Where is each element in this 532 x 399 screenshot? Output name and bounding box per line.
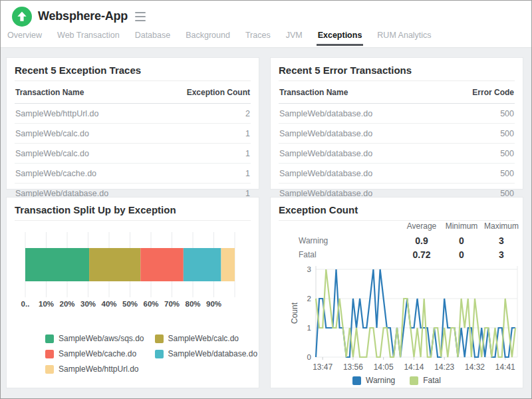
column-header: Transaction Name [15,81,133,104]
summary-value: 0 [442,233,481,247]
legend-swatch-icon [155,350,164,358]
svg-text:70%: 70% [164,300,180,308]
tab-web-transaction[interactable]: Web Transaction [56,30,121,46]
svg-text:14:05: 14:05 [374,362,394,372]
value-cell: 500 [397,164,515,184]
exception-count-line-chart: 012313:4713:5614:0514:1414:2314:3214:41C… [289,257,519,384]
table-row: SampleWeb/database.do500 [279,104,515,124]
panel-title: Transaction Split Up by Exception [7,198,259,220]
summary-column-header: Minimum [442,219,481,233]
legend-label: SampleWeb/aws/sqs.do [59,334,144,343]
value-cell: 500 [397,124,515,144]
column-header: Error Code [397,81,515,104]
legend-label: SampleWeb/calc.do [168,334,239,343]
column-header: Exception Count [133,81,251,104]
tab-bar: OverviewWeb TransactionDatabaseBackgroun… [6,30,531,46]
hamburger-icon[interactable] [135,12,146,21]
exception-traces-table: Transaction NameException Count SampleWe… [15,81,251,203]
legend-item-fatal[interactable]: Fatal [410,376,441,385]
arrow-up-circle-icon [12,7,32,27]
transaction-name-cell: SampleWeb/cache.do [15,164,133,184]
legend-item-sampleweb-database-do[interactable]: SampleWeb/database.do [155,349,258,358]
legend-swatch-icon [45,350,54,358]
legend-label: Fatal [423,376,441,385]
svg-text:30%: 30% [80,300,96,308]
legend-item-sampleweb-aws-sqs-do[interactable]: SampleWeb/aws/sqs.do [45,334,144,343]
svg-text:40%: 40% [101,300,116,308]
svg-text:0..: 0.. [21,300,30,308]
table-row: SampleWeb/database.do500 [279,164,515,184]
svg-text:13:56: 13:56 [343,362,363,372]
error-transactions-table: Transaction NameError Code SampleWeb/dat… [279,81,515,203]
svg-text:10%: 10% [39,300,54,308]
exception-count-summary-table: AverageMinimumMaximum Warning0.903Fatal0… [280,219,519,261]
legend-swatch-icon [410,376,418,385]
svg-text:90%: 90% [206,300,221,308]
summary-header-row: AverageMinimumMaximum [280,219,519,233]
transaction-split-legend: SampleWeb/aws/sqs.doSampleWeb/calc.doSam… [45,334,257,374]
table-row: SampleWeb/database.do500 [279,144,515,164]
table-row: SampleWeb/calc.do1 [15,144,251,164]
value-cell: 1 [133,124,251,144]
series-label: Warning [280,233,402,247]
panel-title: Recent 5 Error Transactions [271,58,523,80]
legend-swatch-icon [45,334,54,343]
svg-text:3: 3 [307,265,311,273]
tab-background[interactable]: Background [184,30,231,46]
transaction-name-cell: SampleWeb/database.do [279,164,397,184]
table-row: SampleWeb/database.do500 [279,124,515,144]
tab-exceptions[interactable]: Exceptions [317,30,364,46]
svg-text:0: 0 [307,353,311,361]
legend-swatch-icon [45,365,54,374]
panel-exception-count: Exception Count AverageMinimumMaximum Wa… [270,197,523,388]
panel-transaction-split: Transaction Split Up by Exception 0..10%… [6,197,259,388]
table-row: SampleWeb/cache.do1 [15,164,251,184]
summary-row: Warning0.903 [280,233,519,247]
tab-overview[interactable]: Overview [6,30,43,46]
svg-text:14:41: 14:41 [495,362,515,372]
transaction-name-cell: SampleWeb/httpUrl.do [15,104,133,124]
table-row: SampleWeb/httpUrl.do2 [15,104,251,124]
table-row: SampleWeb/calc.do1 [15,124,251,144]
tab-database[interactable]: Database [134,30,172,46]
legend-item-sampleweb-calc-do[interactable]: SampleWeb/calc.do [155,334,258,343]
svg-text:60%: 60% [143,300,158,308]
exception-count-legend: WarningFatal [271,376,523,385]
page-title: Websphere-App [38,9,128,23]
legend-label: SampleWeb/cache.do [59,349,136,358]
table-header-row: Transaction NameError Code [279,81,515,104]
transaction-name-cell: SampleWeb/database.do [279,124,397,144]
app-header: Websphere-App OverviewWeb TransactionDat… [1,1,531,48]
transaction-name-cell: SampleWeb/database.do [279,144,397,164]
svg-text:80%: 80% [185,300,200,308]
legend-item-sampleweb-httpurl-do[interactable]: SampleWeb/httpUrl.do [45,364,144,374]
table-header-row: Transaction NameException Count [15,81,251,104]
tab-traces[interactable]: Traces [244,30,272,46]
svg-text:13:47: 13:47 [313,362,332,372]
legend-item-sampleweb-cache-do[interactable]: SampleWeb/cache.do [45,349,144,358]
tab-rum-analytics[interactable]: RUM Analytics [376,30,432,46]
summary-column-header: Maximum [481,219,519,233]
tab-jvm[interactable]: JVM [285,30,304,46]
summary-column-header: Average [402,219,442,233]
legend-swatch-icon [352,376,361,385]
svg-text:20%: 20% [59,300,74,308]
summary-value: 3 [481,233,519,247]
legend-item-warning[interactable]: Warning [352,376,395,385]
legend-label: SampleWeb/httpUrl.do [59,364,139,374]
legend-label: SampleWeb/database.do [168,349,258,358]
svg-text:1: 1 [307,324,311,332]
legend-swatch-icon [155,334,164,343]
svg-text:Count: Count [290,302,299,324]
app-window: Websphere-App OverviewWeb TransactionDat… [0,0,532,399]
divider [15,220,251,221]
transaction-name-cell: SampleWeb/calc.do [15,124,133,144]
svg-text:50%: 50% [122,300,138,308]
svg-text:14:23: 14:23 [434,362,454,372]
value-cell: 1 [133,164,251,184]
blank-header [280,219,402,233]
svg-text:2: 2 [307,295,311,303]
summary-value: 0.9 [402,233,442,247]
transaction-split-stacked-bar-chart: 0..10%20%30%40%50%60%70%80%90% [7,225,259,315]
value-cell: 500 [397,104,515,124]
